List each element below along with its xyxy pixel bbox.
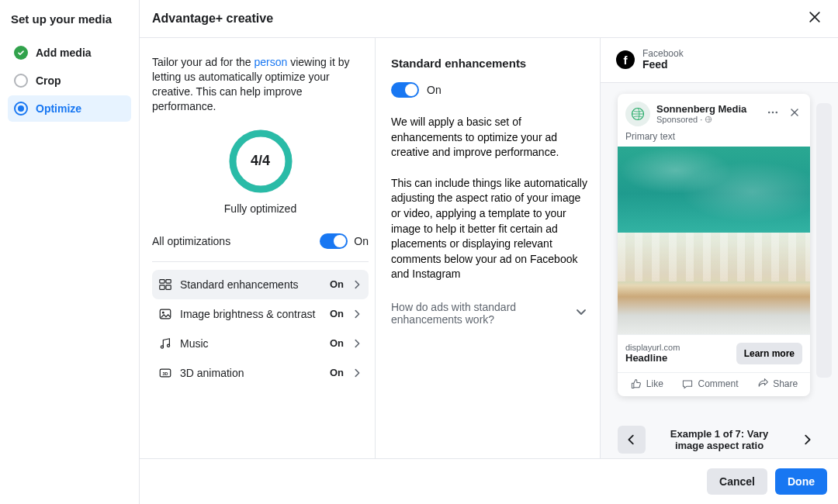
svg-point-8 — [161, 345, 163, 347]
opt-label: Image brightness & contrast — [180, 308, 322, 320]
chevron-right-icon — [351, 279, 362, 290]
accordion-label: How do ads with standard enhancements wo… — [391, 301, 575, 326]
svg-point-16 — [776, 111, 778, 113]
globe-icon — [705, 116, 712, 123]
svg-rect-4 — [160, 285, 164, 288]
example-label: Example 1 of 7: Vary image aspect ratio — [655, 428, 784, 451]
sidebar-title: Set up your media — [8, 12, 131, 26]
preview-panel: f Facebook Feed Sonnenberg Media Sponso — [601, 38, 838, 458]
svg-text:3D: 3D — [163, 371, 168, 375]
optimize-panel: Tailor your ad for the person viewing it… — [140, 38, 376, 458]
ad-image — [618, 147, 810, 334]
placement-selector[interactable]: f Facebook Feed — [601, 38, 838, 83]
opt-state: On — [330, 367, 344, 378]
how-it-works-accordion[interactable]: How do ads with standard enhancements wo… — [391, 298, 587, 329]
detail-title: Standard enhancements — [391, 57, 587, 70]
svg-point-15 — [772, 111, 774, 113]
card-stack-hint — [816, 103, 832, 378]
person-link[interactable]: person — [255, 56, 288, 68]
detail-p1: We will apply a basic set of enhancement… — [391, 115, 587, 161]
opt-standard-enhancements[interactable]: Standard enhancements On — [152, 270, 369, 299]
detail-panel: Standard enhancements On We will apply a… — [376, 38, 601, 458]
opt-state: On — [330, 278, 344, 290]
placement-value: Feed — [642, 59, 684, 71]
primary-text: Primary text — [618, 131, 810, 147]
next-example-button[interactable] — [793, 426, 821, 454]
circle-icon — [14, 74, 28, 88]
opt-music[interactable]: Music On — [152, 329, 369, 358]
cancel-button[interactable]: Cancel — [707, 468, 767, 495]
step-optimize[interactable]: Optimize — [8, 95, 131, 122]
header: Advantage+ creative — [140, 0, 838, 38]
music-icon — [158, 337, 172, 350]
like-button[interactable]: Like — [630, 378, 663, 390]
check-icon — [14, 46, 28, 60]
advertiser-name: Sonnenberg Media — [656, 103, 759, 115]
step-crop[interactable]: Crop — [8, 67, 131, 94]
grid-icon — [158, 278, 172, 292]
svg-rect-3 — [166, 279, 171, 283]
chevron-right-icon — [351, 368, 362, 378]
page-title: Advantage+ creative — [152, 12, 273, 26]
preview-close-icon[interactable] — [787, 105, 802, 123]
more-icon[interactable] — [765, 105, 781, 123]
headline: Headline — [625, 352, 680, 364]
svg-point-14 — [768, 111, 770, 113]
step-label: Add media — [36, 47, 92, 59]
opt-3d-animation[interactable]: 3D 3D animation On — [152, 358, 369, 388]
detail-p2: This can include things like automatical… — [391, 176, 587, 282]
comment-button[interactable]: Comment — [681, 378, 738, 390]
opt-label: Standard enhancements — [180, 278, 322, 291]
all-opt-state: On — [354, 235, 369, 247]
opt-brightness-contrast[interactable]: Image brightness & contrast On — [152, 299, 369, 329]
step-label: Crop — [36, 74, 61, 87]
facebook-icon: f — [616, 50, 635, 69]
opt-state: On — [330, 308, 344, 319]
progress-ring: 4/4 — [227, 128, 294, 195]
done-button[interactable]: Done — [775, 468, 827, 495]
svg-point-9 — [167, 344, 169, 347]
all-opt-label: All optimizations — [152, 235, 230, 247]
fully-optimized-label: Fully optimized — [152, 202, 369, 215]
standard-state: On — [427, 84, 442, 96]
step-add-media[interactable]: Add media — [8, 40, 131, 66]
chevron-right-icon — [351, 338, 362, 349]
close-icon[interactable] — [807, 9, 822, 28]
image-icon — [158, 307, 172, 321]
tailor-text: Tailor your ad for the person viewing it… — [152, 55, 369, 114]
svg-point-7 — [162, 311, 164, 313]
ad-preview-card: Sonnenberg Media Sponsored· Primary text… — [618, 94, 810, 396]
avatar — [625, 102, 650, 126]
svg-rect-2 — [160, 279, 164, 283]
opt-label: 3D animation — [180, 367, 322, 379]
step-label: Optimize — [36, 102, 81, 115]
svg-rect-5 — [166, 285, 171, 288]
cta-button[interactable]: Learn more — [736, 343, 802, 364]
chevron-right-icon — [351, 309, 362, 319]
half-circle-icon — [14, 102, 28, 116]
standard-toggle[interactable] — [391, 82, 419, 98]
chevron-down-icon — [575, 306, 587, 320]
ring-label: 4/4 — [227, 128, 294, 195]
display-url: displayurl.com — [625, 343, 680, 352]
opt-label: Music — [180, 337, 322, 350]
prev-example-button[interactable] — [618, 426, 646, 454]
footer: Cancel Done — [140, 458, 838, 504]
sponsored-label: Sponsored — [656, 115, 698, 124]
opt-state: On — [330, 337, 344, 349]
all-opt-toggle[interactable] — [320, 233, 348, 249]
sidebar: Set up your media Add media Crop Optimiz… — [0, 0, 140, 504]
3d-icon: 3D — [158, 366, 172, 380]
share-button[interactable]: Share — [757, 378, 798, 390]
